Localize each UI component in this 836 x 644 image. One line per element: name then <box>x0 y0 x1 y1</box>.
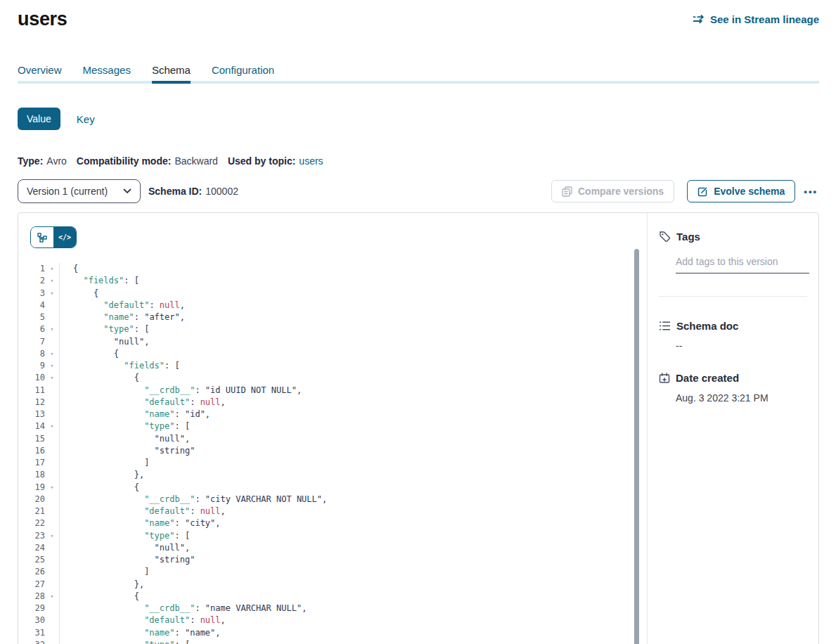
code-block: 1▾{2▾"fields": [3▾{4"default": null,5"na… <box>18 263 647 644</box>
code-line: 23▾"type": [ <box>18 530 647 542</box>
line-number: 4 <box>18 300 45 311</box>
code-text: { <box>59 348 647 360</box>
code-line: 31"name": "name", <box>18 627 647 639</box>
fold-toggle-icon[interactable]: ▾ <box>45 348 59 360</box>
version-select[interactable]: Version 1 (current) <box>18 179 141 203</box>
code-line: 19▾{ <box>18 482 647 494</box>
topic-link[interactable]: users <box>299 155 323 167</box>
code-text: "default": null, <box>59 505 647 517</box>
line-number: 25 <box>18 554 45 566</box>
fold-spacer <box>45 554 59 566</box>
fold-toggle-icon[interactable]: ▾ <box>45 323 59 335</box>
tab-configuration[interactable]: Configuration <box>212 65 274 76</box>
version-select-value: Version 1 (current) <box>27 186 108 197</box>
tree-view-icon <box>37 233 47 243</box>
fold-toggle-icon[interactable]: ▾ <box>45 482 59 494</box>
tab-schema[interactable]: Schema <box>152 65 191 76</box>
line-number: 13 <box>18 408 45 420</box>
code-text: "name": "id", <box>59 408 647 420</box>
code-line: 7"null", <box>18 336 647 348</box>
schema-doc-value: -- <box>676 340 807 352</box>
line-number: 5 <box>18 311 45 323</box>
editor-scrollbar[interactable] <box>634 249 639 644</box>
code-text: "__crdb__": "city VARCHAR NOT NULL", <box>59 494 647 505</box>
add-tags-input[interactable] <box>676 256 809 273</box>
date-created-title: Date created <box>676 372 739 384</box>
chevron-down-icon <box>123 188 131 194</box>
compare-versions-button[interactable]: Compare versions <box>551 180 674 202</box>
line-number: 1 <box>18 263 45 275</box>
fold-spacer <box>45 517 59 529</box>
line-number: 22 <box>18 517 45 529</box>
code-text: "null", <box>59 336 647 348</box>
edit-icon <box>697 186 708 197</box>
fold-spacer <box>45 433 59 445</box>
fold-spacer <box>45 408 59 420</box>
line-number: 31 <box>18 627 45 639</box>
fold-toggle-icon[interactable]: ▾ <box>45 530 59 542</box>
fold-spacer <box>45 469 59 481</box>
line-number: 30 <box>18 614 45 626</box>
code-text: "type": [ <box>59 323 647 335</box>
fold-toggle-icon[interactable]: ▾ <box>45 360 59 372</box>
tab-bar: Overview Messages Schema Configuration <box>18 65 819 84</box>
code-line: 4"default": null, <box>18 300 647 311</box>
key-button[interactable]: Key <box>77 113 95 125</box>
code-view-button[interactable]: </> <box>53 227 76 247</box>
fold-spacer <box>45 445 59 457</box>
evolve-schema-button[interactable]: Evolve schema <box>687 180 795 202</box>
tags-section-header: Tags <box>659 231 807 243</box>
code-line: 32▾"type": [ <box>18 639 647 644</box>
line-number: 6 <box>18 323 45 335</box>
code-line: 14▾"type": [ <box>18 420 647 432</box>
fold-toggle-icon[interactable]: ▾ <box>45 288 59 300</box>
fold-spacer <box>45 505 59 517</box>
code-line: 18}, <box>18 469 647 481</box>
schema-card: </> 1▾{2▾"fields": [3▾{4"default": null,… <box>18 212 819 644</box>
fold-toggle-icon[interactable]: ▾ <box>45 275 59 287</box>
line-number: 28 <box>18 591 45 603</box>
tab-messages[interactable]: Messages <box>83 65 131 76</box>
line-number: 18 <box>18 469 45 481</box>
line-number: 3 <box>18 288 45 300</box>
line-number: 32 <box>18 639 45 644</box>
code-line: 30"default": null, <box>18 614 647 626</box>
code-text: "type": [ <box>59 420 647 432</box>
page-title: users <box>18 8 67 30</box>
fold-toggle-icon[interactable]: ▾ <box>45 639 59 644</box>
tree-view-button[interactable] <box>31 227 53 247</box>
stream-lineage-link[interactable]: See in Stream lineage <box>693 13 819 25</box>
fold-spacer <box>45 397 59 408</box>
code-line: 20"__crdb__": "city VARCHAR NOT NULL", <box>18 494 647 505</box>
line-number: 2 <box>18 275 45 287</box>
more-actions-button[interactable]: ••• <box>802 183 819 200</box>
code-line: 26] <box>18 566 647 578</box>
fold-spacer <box>45 494 59 505</box>
fold-toggle-icon[interactable]: ▾ <box>45 372 59 384</box>
compatibility-label: Compatibility mode: <box>77 155 172 167</box>
line-number: 20 <box>18 494 45 505</box>
line-number: 24 <box>18 542 45 554</box>
code-line: 29"__crdb__": "name VARCHAR NULL", <box>18 603 647 614</box>
code-text: "default": null, <box>59 300 647 311</box>
line-number: 27 <box>18 579 45 591</box>
fold-toggle-icon[interactable]: ▾ <box>45 263 59 275</box>
compare-versions-label: Compare versions <box>578 186 664 197</box>
fold-spacer <box>45 579 59 591</box>
line-number: 11 <box>18 385 45 397</box>
tab-overview[interactable]: Overview <box>18 65 62 76</box>
topic-label: Used by topic: <box>228 155 295 167</box>
code-text: ] <box>59 457 647 469</box>
line-number: 15 <box>18 433 45 445</box>
value-button[interactable]: Value <box>18 108 60 130</box>
fold-toggle-icon[interactable]: ▾ <box>45 420 59 432</box>
code-line: 2▾"fields": [ <box>18 275 647 287</box>
compatibility-value: Backward <box>174 155 217 167</box>
fold-spacer <box>45 385 59 397</box>
line-number: 10 <box>18 372 45 384</box>
line-number: 23 <box>18 530 45 542</box>
code-text: }, <box>59 579 647 591</box>
fold-toggle-icon[interactable]: ▾ <box>45 591 59 603</box>
tags-title: Tags <box>676 231 700 243</box>
code-text: "default": null, <box>59 397 647 408</box>
